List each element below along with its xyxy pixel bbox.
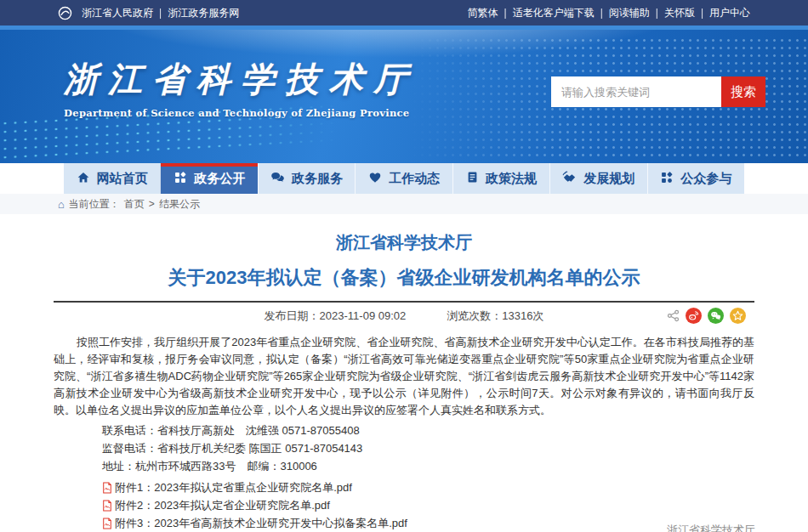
chat-bubbles-icon <box>270 170 285 187</box>
attachment-link-3[interactable]: 附件3：2023年省高新技术企业研究开发中心拟备案名单.pdf <box>54 514 754 532</box>
attachment-label: 附件3：2023年省高新技术企业研究开发中心拟备案名单.pdf <box>115 514 407 532</box>
nav-item-work-news[interactable]: 工作动态 <box>355 163 452 194</box>
topbar-separator: | <box>600 7 603 19</box>
article-signature: 浙江省科学技术厅 <box>667 523 755 532</box>
pdf-icon <box>102 500 112 512</box>
topbar-link-elderly-client[interactable]: 适老化客户端下载 <box>513 6 595 20</box>
search-bar: 搜索 <box>551 76 765 107</box>
wechat-icon[interactable] <box>708 308 724 324</box>
address-line: 地址：杭州市环城西路33号 邮编：310006 <box>54 458 754 475</box>
breadcrumb: ⌂ 当前位置： 首页 > 结果公示 <box>0 194 808 214</box>
gov-emblem-icon <box>58 6 72 20</box>
topbar-link-reading-aid[interactable]: 阅读辅助 <box>609 6 650 20</box>
participation-stamp-icon <box>660 171 674 187</box>
attachment-link-1[interactable]: 附件1：2023年拟认定省重点企业研究院名单.pdf <box>54 478 754 496</box>
topbar-separator: | <box>656 7 658 19</box>
nav-item-gov-services[interactable]: 政务服务 <box>258 163 355 194</box>
publish-date: 发布日期：2023-11-09 09:02 <box>265 308 407 324</box>
article-title-line2: 关于2023年拟认定（备案）省级企业研发机构名单的公示 <box>54 265 754 291</box>
breadcrumb-separator: > <box>149 198 155 210</box>
topbar-link-zwfw[interactable]: 浙江政务服务网 <box>168 6 239 20</box>
nav-item-gov-disclosure[interactable]: 政务公开 <box>160 163 257 194</box>
pdf-icon <box>102 482 112 494</box>
nav-item-label: 工作动态 <box>389 171 440 187</box>
topbar-link-user-center[interactable]: 用户中心 <box>709 6 750 20</box>
nav-item-label: 发展规划 <box>583 171 634 187</box>
nav-item-public-participation[interactable]: 公众参与 <box>647 163 744 194</box>
publish-date-value: 2023-11-09 09:02 <box>320 309 407 322</box>
site-title: 浙江省科学技术厅 <box>64 62 418 96</box>
nav-item-label: 政策法规 <box>486 171 537 187</box>
site-logo: 浙江省科学技术厅 Department of Science and Techn… <box>64 62 418 119</box>
topbar-separator: | <box>701 7 703 19</box>
publish-date-label: 发布日期： <box>265 309 320 322</box>
view-count: 浏览次数：13316次 <box>447 308 543 324</box>
share-icon[interactable] <box>667 309 680 322</box>
attachment-label: 附件1：2023年拟认定省重点企业研究院名单.pdf <box>115 478 352 496</box>
share-toolbar <box>667 308 746 324</box>
search-button[interactable]: 搜索 <box>721 76 765 107</box>
topbar-link-care-version[interactable]: 关怀版 <box>664 6 695 20</box>
weibo-icon[interactable] <box>686 308 702 324</box>
topbar-separator: | <box>159 7 162 19</box>
open-gov-stamp-icon <box>174 171 187 187</box>
banner: 浙江省科学技术厅 Department of Science and Techn… <box>0 30 808 163</box>
contact-phone: 联系电话：省科技厅高新处 沈维强 0571-87055408 <box>54 422 754 439</box>
nav-item-home[interactable]: 网站首页 <box>64 163 160 194</box>
topbar: 浙江省人民政府 | 浙江政务服务网 简繁体 | 适老化客户端下载 | 阅读辅助 … <box>0 0 808 25</box>
document-icon <box>466 171 479 186</box>
handshake-icon <box>562 170 577 187</box>
nav-item-label: 政务公开 <box>194 171 245 187</box>
article-meta: 发布日期：2023-11-09 09:02 浏览次数：13316次 <box>54 303 754 330</box>
breadcrumb-home-link[interactable]: 首页 <box>124 197 145 212</box>
article-title-line1: 浙江省科学技术厅 <box>54 231 754 253</box>
heart-icon <box>368 171 382 187</box>
topbar-link-gov[interactable]: 浙江省人民政府 <box>82 6 153 20</box>
attachment-link-2[interactable]: 附件2：2023年拟认定省企业研究院名单.pdf <box>54 496 754 514</box>
view-count-label: 浏览次数： <box>447 309 502 322</box>
home-icon <box>77 171 90 187</box>
topbar-link-simplified[interactable]: 简繁体 <box>468 6 498 20</box>
view-count-value: 13316次 <box>502 309 543 322</box>
nav-item-development-plan[interactable]: 发展规划 <box>549 163 646 194</box>
attachment-label: 附件2：2023年拟认定省企业研究院名单.pdf <box>115 496 330 514</box>
attachment-list: 附件1：2023年拟认定省重点企业研究院名单.pdf 附件2：2023年拟认定省… <box>54 478 754 532</box>
topbar-left: 浙江省人民政府 | 浙江政务服务网 <box>58 6 239 20</box>
nav-item-label: 网站首页 <box>97 171 148 187</box>
search-input[interactable] <box>551 76 721 107</box>
pdf-icon <box>102 518 112 529</box>
supervision-phone: 监督电话：省科技厅机关纪委 陈国正 0571-87054143 <box>54 440 754 457</box>
breadcrumb-prefix: 当前位置： <box>69 197 120 212</box>
nav-item-policies[interactable]: 政策法规 <box>452 163 549 194</box>
site-title-en: Department of Science and Technology of … <box>64 107 418 119</box>
main-nav: 网站首页 政务公开 政务服务 工作动态 政策法规 发展规划 公众参与 <box>64 163 744 194</box>
article: 浙江省科学技术厅 关于2023年拟认定（备案）省级企业研发机构名单的公示 发布日… <box>54 231 754 532</box>
breadcrumb-home-icon: ⌂ <box>58 199 65 210</box>
nav-item-label: 公众参与 <box>680 171 731 187</box>
contact-block: 联系电话：省科技厅高新处 沈维强 0571-87055408 监督电话：省科技厅… <box>54 422 754 475</box>
breadcrumb-current: 结果公示 <box>159 197 200 212</box>
nav-item-label: 政务服务 <box>292 171 343 187</box>
topbar-separator: | <box>504 7 507 19</box>
qzone-icon[interactable] <box>730 308 746 324</box>
topbar-right: 简繁体 | 适老化客户端下载 | 阅读辅助 | 关怀版 | 用户中心 <box>468 6 751 20</box>
article-paragraph: 按照工作安排，我厅组织开展了2023年省重点企业研究院、省企业研究院、省高新技术… <box>54 334 754 419</box>
